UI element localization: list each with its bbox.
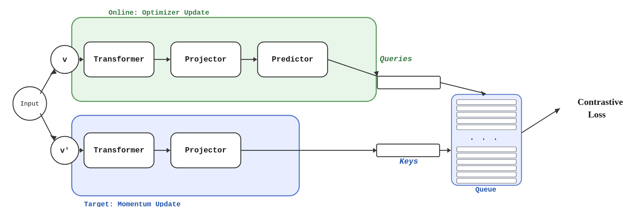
keys-bar — [377, 144, 440, 157]
predictor-label: Predictor — [272, 55, 314, 64]
queue-row-11 — [457, 178, 516, 183]
queue-row-2 — [457, 106, 516, 111]
v-prime-label: v' — [60, 147, 69, 155]
input-label: Input — [20, 100, 39, 107]
projector-label-bottom: Projector — [185, 146, 227, 155]
arrowhead-projector-to-keys — [373, 148, 377, 153]
contrastive-loss-label-line1: Contrastive — [578, 97, 623, 107]
arrow-queries-to-queue — [440, 83, 486, 94]
projector-label-top: Projector — [185, 55, 227, 64]
queue-row-5 — [457, 125, 516, 130]
queries-label: Queries — [380, 55, 412, 64]
keys-label: Keys — [400, 157, 418, 166]
arrowhead-queue-to-loss — [555, 108, 560, 114]
v-label: v — [62, 56, 67, 64]
transformer-label-bottom: Transformer — [93, 146, 144, 155]
target-label: Target: Momentum Update — [84, 200, 181, 207]
queries-bar — [377, 76, 440, 89]
online-label: Online: Optimizer Update — [108, 9, 209, 17]
queue-row-7 — [457, 153, 516, 158]
queue-row-10 — [457, 172, 516, 177]
queue-row-8 — [457, 159, 516, 164]
architecture-diagram: Online: Optimizer Update Target: Momentu… — [0, 0, 644, 207]
queue-row-3 — [457, 112, 516, 117]
contrastive-loss-label-line2: Loss — [588, 109, 606, 120]
queue-row-1 — [457, 100, 516, 105]
queue-row-9 — [457, 166, 516, 171]
transformer-label-top: Transformer — [93, 55, 144, 64]
queue-dots: . . . — [469, 132, 498, 143]
arrowhead-keys-to-queue — [447, 148, 451, 153]
queue-row-6 — [457, 147, 516, 152]
queue-label: Queue — [475, 186, 496, 194]
queue-row-4 — [457, 119, 516, 123]
arrow-queue-to-loss — [522, 108, 560, 133]
diagram-container: Online: Optimizer Update Target: Momentu… — [0, 0, 644, 207]
